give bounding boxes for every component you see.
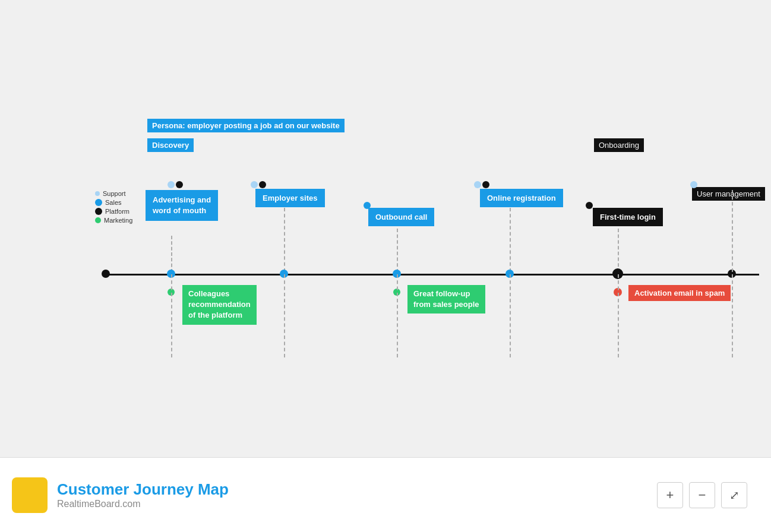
platform-dot [95, 208, 102, 215]
timeline-line [106, 274, 759, 276]
end-dot-blue [690, 181, 697, 188]
legend-platform-label: Platform [105, 208, 129, 215]
emp-dashed-below [284, 274, 285, 357]
login-dashed-below [618, 274, 619, 357]
canvas-content: Persona: employer posting a job ad on ou… [0, 0, 771, 457]
first-login-card: First-time login [593, 208, 663, 226]
app-title: Customer Journey Map [57, 480, 657, 499]
legend-marketing-label: Marketing [104, 217, 132, 224]
advertising-text: Advertising andword of mouth [153, 195, 211, 215]
legend: Support Sales Platform Marketing [95, 190, 132, 224]
emp-dot1 [251, 181, 258, 188]
login-dot-above [586, 202, 593, 209]
out-dashed-below [397, 274, 398, 357]
legend-platform: Platform [95, 208, 132, 215]
adv-dot1 [168, 181, 175, 188]
onl-dot2 [482, 181, 489, 188]
advertising-dots-above [168, 181, 183, 188]
support-dot [95, 191, 100, 196]
activation-spam-card: Activation email in spam [628, 285, 731, 301]
end-dashed-above [732, 190, 733, 272]
legend-sales-label: Sales [105, 199, 122, 206]
app-icon [12, 477, 48, 513]
onl-dot1 [474, 181, 481, 188]
online-registration-card: Online registration [480, 189, 563, 207]
zoom-out-button[interactable]: − [689, 482, 715, 508]
zoom-controls: + − ⤢ [657, 482, 747, 508]
onl-dashed-above [510, 208, 511, 272]
legend-support-label: Support [103, 190, 126, 197]
legend-marketing: Marketing [95, 217, 132, 224]
adv-dot2 [176, 181, 183, 188]
outbound-call-card: Outbound call [368, 208, 434, 226]
followup-card: Great follow-upfrom sales people [407, 285, 485, 314]
end-dashed-below [732, 274, 733, 357]
onl-dashed-below [510, 274, 511, 357]
adv-dashed [171, 236, 172, 273]
legend-support: Support [95, 190, 132, 197]
zoom-in-button[interactable]: + [657, 482, 683, 508]
discovery-label: Discovery [147, 138, 194, 152]
emp-dot2 [259, 181, 266, 188]
advertising-card: Advertising andword of mouth [146, 190, 218, 221]
node-start [102, 270, 110, 278]
legend-sales: Sales [95, 199, 132, 206]
employer-sites-card: Employer sites [255, 189, 325, 207]
user-management-label: User management [692, 187, 765, 201]
colleagues-card: Colleaguesrecommendationof the platform [182, 285, 257, 325]
fullscreen-button[interactable]: ⤢ [721, 482, 747, 508]
main-canvas: Persona: employer posting a job ad on ou… [0, 0, 771, 457]
marketing-dot [95, 217, 101, 223]
employer-dots-above [251, 181, 266, 188]
bottom-bar: Customer Journey Map RealtimeBoard.com +… [0, 457, 771, 532]
out-dashed-above [397, 229, 398, 273]
emp-dashed-above [284, 208, 285, 272]
sales-dot [95, 199, 102, 206]
app-info: Customer Journey Map RealtimeBoard.com [57, 480, 657, 509]
onboarding-label: Onboarding [594, 138, 644, 152]
login-dashed-above [618, 229, 619, 273]
adv-dashed-below [171, 274, 172, 357]
persona-label: Persona: employer posting a job ad on ou… [147, 119, 345, 132]
app-subtitle: RealtimeBoard.com [57, 499, 657, 509]
online-dots-above [474, 181, 489, 188]
